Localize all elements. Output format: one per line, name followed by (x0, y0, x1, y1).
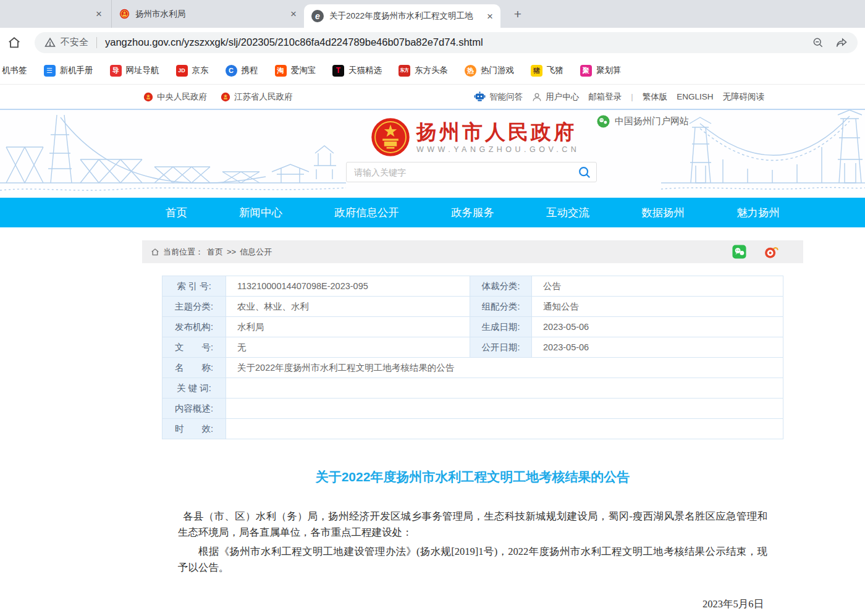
bookmarks-bar: 机书签 ☰ 新机手册 导 网址导航 JD 京东 C 携程 淘 爱淘宝 T 天猫精… (0, 57, 865, 84)
new-tab-button[interactable]: + (509, 6, 526, 23)
table-row: 名 称: 关于2022年度扬州市水利工程文明工地考核结果的公告 (162, 358, 783, 378)
link-user-center[interactable]: 用户中心 (532, 91, 579, 103)
breadcrumb-home-link[interactable]: 首页 (207, 247, 223, 258)
gov-toolbar: 中央人民政府 江苏省人民政府 智能问答 (0, 84, 865, 110)
robot-icon (474, 91, 486, 102)
home-icon (151, 248, 159, 256)
article-paragraph: 各县（市、区）水利（务）局，扬州经济开发区城乡事务管理局，生态科技新城规划建设局… (178, 508, 767, 541)
nav-item-news[interactable]: 新闻中心 (239, 205, 282, 220)
bookmark-item[interactable]: 热 热门游戏 (465, 65, 514, 77)
table-row: 发布机构: 水利局 生成日期: 2023-05-06 (162, 317, 783, 337)
url-text[interactable]: yangzhou.gov.cn/yzszxxgk/slj/202305/210c… (105, 36, 483, 48)
security-label: 不安全 (61, 36, 88, 48)
bookmark-item[interactable]: T 天猫精选 (332, 65, 382, 77)
national-emblem-icon (143, 92, 153, 102)
close-icon[interactable]: × (290, 9, 297, 19)
taobao-favicon: 淘 (275, 65, 287, 77)
table-row: 时 效: (162, 419, 783, 439)
jd-favicon: JD (176, 65, 188, 77)
table-row: 主题分类: 农业、林业、水利 组配分类: 通知公告 (162, 297, 783, 317)
breadcrumb-current: 信息公开 (240, 247, 272, 258)
manual-favicon: ☰ (44, 65, 56, 77)
browser-logo-icon: e (311, 10, 324, 22)
wechat-portal-icon (597, 115, 610, 128)
tab-title: 扬州市水利局 (135, 9, 285, 20)
search-input[interactable] (347, 167, 573, 177)
wechat-share-icon[interactable] (732, 245, 746, 259)
link-central-gov[interactable]: 中央人民政府 (143, 91, 207, 103)
link-jiangsu-gov[interactable]: 江苏省人民政府 (221, 91, 293, 103)
bookmark-item[interactable]: C 携程 (226, 65, 258, 77)
weibo-share-icon[interactable] (764, 245, 778, 259)
site-search (346, 162, 597, 182)
national-emblem-icon (371, 117, 410, 157)
nav-item-data[interactable]: 数据扬州 (641, 205, 685, 220)
bookmark-item[interactable]: 机书签 (2, 65, 27, 76)
table-row: 内容概述: (162, 399, 783, 419)
nav-item-charm[interactable]: 魅力扬州 (736, 205, 780, 220)
link-english[interactable]: ENGLISH (677, 92, 713, 101)
link-smart-qa[interactable]: 智能问答 (474, 91, 523, 103)
close-icon[interactable]: × (487, 11, 493, 22)
breadcrumb: 当前位置： 首页 >> 信息公开 (142, 240, 803, 263)
site-url-label: WWW.YANGZHOU.GOV.CN (416, 145, 580, 154)
breadcrumb-label: 当前位置： (163, 247, 203, 258)
content-card: 当前位置： 首页 >> 信息公开 索 引 号: 113210000144 (142, 240, 803, 616)
nav-item-info-disclosure[interactable]: 政府信息公开 (334, 205, 399, 220)
toutiao-favicon: 东方 (399, 65, 410, 77)
zoom-out-icon[interactable] (812, 36, 824, 49)
omnibox-divider (96, 37, 97, 48)
link-mail-login[interactable]: 邮箱登录 (588, 91, 622, 103)
bookmark-item[interactable]: 淘 爱淘宝 (275, 65, 316, 77)
site-logo[interactable]: 扬州市人民政府 WWW.YANGZHOU.GOV.CN (371, 117, 580, 157)
bookmark-item[interactable]: 猪 飞猪 (531, 65, 563, 77)
table-row: 索 引 号: 11321000014407098E-2023-095 体裁分类:… (162, 276, 783, 297)
address-bar: 不安全 yangzhou.gov.cn/yzszxxgk/slj/202305/… (0, 28, 865, 57)
bookmark-item[interactable]: 聚 聚划算 (580, 65, 622, 77)
home-icon[interactable] (7, 36, 21, 49)
national-emblem-icon (221, 92, 230, 102)
article-body: 关于2022年度扬州市水利工程文明工地考核结果的公告 各县（市、区）水利（务）局… (142, 468, 803, 616)
url-omnibox[interactable]: 不安全 yangzhou.gov.cn/yzszxxgk/slj/202305/… (35, 32, 858, 53)
article-title: 关于2022年度扬州市水利工程文明工地考核结果的公告 (142, 468, 803, 486)
nav-item-home[interactable]: 首页 (166, 205, 187, 220)
tab-title: 关于2022年度扬州市水利工程文明工地 (329, 11, 481, 22)
tab-partial[interactable]: × (86, 0, 111, 28)
tab-shuiliju[interactable]: 扬州市水利局 × (111, 0, 304, 28)
bookmark-item[interactable]: 导 网址导航 (110, 65, 159, 77)
ctrip-favicon: C (226, 65, 237, 77)
link-accessibility[interactable]: 无障碍阅读 (723, 91, 765, 103)
tab-strip: × 扬州市水利局 × e 关于2022年度扬州市水利工程文明工地 × + (0, 0, 865, 28)
nav-item-interaction[interactable]: 互动交流 (546, 205, 589, 220)
article-paragraph: 根据《扬州市水利工程文明工地建设管理办法》(扬水规[2019]1号)，2022年… (178, 544, 767, 576)
search-icon (578, 166, 591, 179)
breadcrumb-separator: >> (227, 247, 236, 256)
nav-item-services[interactable]: 政务服务 (451, 205, 494, 220)
share-icon[interactable] (835, 36, 848, 49)
search-button[interactable] (573, 166, 596, 179)
national-emblem-icon (119, 9, 130, 19)
close-icon[interactable]: × (96, 9, 102, 19)
games-favicon: 热 (465, 65, 476, 77)
juhuasuan-favicon: 聚 (580, 65, 592, 77)
article-date: 2023年5月6日 (142, 597, 803, 611)
user-icon (532, 92, 542, 102)
tab-active-article[interactable]: e 关于2022年度扬州市水利工程文明工地 × (304, 4, 500, 28)
table-row: 文 号: 无 公开日期: 2023-05-06 (162, 337, 783, 358)
toolbar-divider: | (631, 92, 633, 101)
table-row: 关 键 词: (162, 378, 783, 399)
portal-label[interactable]: 中国扬州门户网站 (597, 115, 689, 128)
document-meta-table: 索 引 号: 11321000014407098E-2023-095 体裁分类:… (162, 276, 783, 439)
site-name: 扬州市人民政府 (416, 120, 580, 144)
bookmark-item[interactable]: ☰ 新机手册 (44, 65, 93, 77)
bridge-sketch-left (0, 110, 346, 198)
bookmark-item[interactable]: 东方 东方头条 (399, 65, 448, 77)
fliggy-favicon: 猪 (531, 65, 542, 77)
not-secure-warning-icon (44, 37, 56, 48)
bridge-sketch-right (661, 110, 865, 198)
bookmark-item[interactable]: JD 京东 (176, 65, 209, 77)
link-traditional[interactable]: 繁体版 (643, 91, 668, 103)
tmall-favicon: T (332, 65, 344, 77)
site-banner: 扬州市人民政府 WWW.YANGZHOU.GOV.CN 中国扬州门户网站 (0, 110, 865, 198)
main-navigation: 首页 新闻中心 政府信息公开 政务服务 互动交流 数据扬州 魅力扬州 (0, 198, 865, 227)
